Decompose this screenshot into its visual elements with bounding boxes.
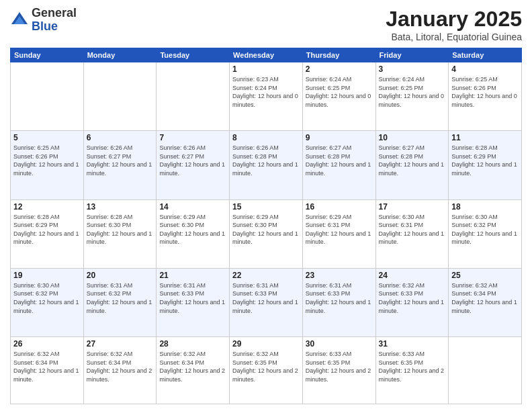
day-info: Sunrise: 6:28 AMSunset: 6:30 PMDaylight:… <box>87 213 154 246</box>
day-number: 1 <box>232 64 300 74</box>
day-number: 11 <box>451 133 519 142</box>
day-info: Sunrise: 6:28 AMSunset: 6:29 PMDaylight:… <box>13 213 81 246</box>
day-info: Sunrise: 6:30 AMSunset: 6:31 PMDaylight:… <box>379 213 446 246</box>
calendar-cell: 2Sunrise: 6:24 AMSunset: 6:25 PMDaylight… <box>302 62 375 131</box>
day-info: Sunrise: 6:26 AMSunset: 6:27 PMDaylight:… <box>159 144 226 177</box>
day-number: 24 <box>379 271 446 280</box>
calendar-cell: 16Sunrise: 6:29 AMSunset: 6:31 PMDayligh… <box>302 199 375 268</box>
day-number: 17 <box>379 202 446 212</box>
day-number: 28 <box>159 339 226 349</box>
calendar-header-row: SundayMondayTuesdayWednesdayThursdayFrid… <box>11 48 522 62</box>
day-number: 21 <box>159 271 226 280</box>
col-header-thursday: Thursday <box>302 48 375 62</box>
day-info: Sunrise: 6:30 AMSunset: 6:32 PMDaylight:… <box>13 281 81 315</box>
day-number: 9 <box>306 133 373 142</box>
day-number: 26 <box>13 339 81 349</box>
day-number: 22 <box>232 271 300 280</box>
calendar-cell: 11Sunrise: 6:28 AMSunset: 6:29 PMDayligh… <box>449 131 522 199</box>
day-info: Sunrise: 6:24 AMSunset: 6:25 PMDaylight:… <box>306 75 373 109</box>
calendar-cell: 27Sunrise: 6:32 AMSunset: 6:34 PMDayligh… <box>83 337 157 404</box>
calendar-cell <box>157 62 230 131</box>
day-info: Sunrise: 6:26 AMSunset: 6:28 PMDaylight:… <box>232 144 300 177</box>
calendar-cell: 13Sunrise: 6:28 AMSunset: 6:30 PMDayligh… <box>83 199 157 268</box>
day-number: 15 <box>232 202 300 212</box>
calendar-cell: 25Sunrise: 6:32 AMSunset: 6:34 PMDayligh… <box>449 268 522 336</box>
calendar-cell: 30Sunrise: 6:33 AMSunset: 6:35 PMDayligh… <box>302 337 375 404</box>
calendar-cell: 7Sunrise: 6:26 AMSunset: 6:27 PMDaylight… <box>157 131 230 199</box>
calendar-cell: 21Sunrise: 6:31 AMSunset: 6:33 PMDayligh… <box>157 268 230 336</box>
day-number: 12 <box>13 202 81 212</box>
calendar-cell: 24Sunrise: 6:32 AMSunset: 6:33 PMDayligh… <box>375 268 449 336</box>
calendar-cell: 20Sunrise: 6:31 AMSunset: 6:32 PMDayligh… <box>83 268 157 336</box>
day-number: 16 <box>306 202 373 212</box>
calendar-cell: 31Sunrise: 6:33 AMSunset: 6:35 PMDayligh… <box>375 337 449 404</box>
calendar-cell: 17Sunrise: 6:30 AMSunset: 6:31 PMDayligh… <box>375 199 449 268</box>
day-number: 5 <box>13 133 81 142</box>
calendar-cell: 23Sunrise: 6:31 AMSunset: 6:33 PMDayligh… <box>302 268 375 336</box>
calendar-cell: 1Sunrise: 6:23 AMSunset: 6:24 PMDaylight… <box>230 62 303 131</box>
logo-icon <box>10 11 29 30</box>
day-info: Sunrise: 6:27 AMSunset: 6:28 PMDaylight:… <box>306 144 373 177</box>
calendar-week-1: 1Sunrise: 6:23 AMSunset: 6:24 PMDaylight… <box>11 62 522 131</box>
day-number: 6 <box>87 133 154 142</box>
day-info: Sunrise: 6:26 AMSunset: 6:27 PMDaylight:… <box>87 144 154 177</box>
calendar-cell: 3Sunrise: 6:24 AMSunset: 6:25 PMDaylight… <box>375 62 449 131</box>
col-header-tuesday: Tuesday <box>157 48 230 62</box>
day-info: Sunrise: 6:31 AMSunset: 6:33 PMDaylight:… <box>232 281 300 315</box>
calendar-cell: 18Sunrise: 6:30 AMSunset: 6:32 PMDayligh… <box>449 199 522 268</box>
calendar-cell: 4Sunrise: 6:25 AMSunset: 6:26 PMDaylight… <box>449 62 522 131</box>
day-info: Sunrise: 6:33 AMSunset: 6:35 PMDaylight:… <box>306 350 373 383</box>
day-number: 10 <box>379 133 446 142</box>
col-header-wednesday: Wednesday <box>230 48 303 62</box>
day-number: 14 <box>159 202 226 212</box>
day-number: 8 <box>232 133 300 142</box>
col-header-sunday: Sunday <box>11 48 84 62</box>
col-header-monday: Monday <box>83 48 157 62</box>
calendar-cell: 14Sunrise: 6:29 AMSunset: 6:30 PMDayligh… <box>157 199 230 268</box>
title-block: January 2025 Bata, Litoral, Equatorial G… <box>386 7 522 42</box>
day-number: 20 <box>87 271 154 280</box>
day-info: Sunrise: 6:32 AMSunset: 6:34 PMDaylight:… <box>87 350 154 383</box>
day-info: Sunrise: 6:27 AMSunset: 6:28 PMDaylight:… <box>379 144 446 177</box>
calendar-week-4: 19Sunrise: 6:30 AMSunset: 6:32 PMDayligh… <box>11 268 522 336</box>
day-info: Sunrise: 6:33 AMSunset: 6:35 PMDaylight:… <box>379 350 446 383</box>
day-info: Sunrise: 6:31 AMSunset: 6:33 PMDaylight:… <box>306 281 373 315</box>
day-info: Sunrise: 6:32 AMSunset: 6:34 PMDaylight:… <box>451 281 519 315</box>
day-info: Sunrise: 6:24 AMSunset: 6:25 PMDaylight:… <box>379 75 446 109</box>
day-info: Sunrise: 6:29 AMSunset: 6:30 PMDaylight:… <box>159 213 226 246</box>
day-number: 19 <box>13 271 81 280</box>
day-info: Sunrise: 6:30 AMSunset: 6:32 PMDaylight:… <box>451 213 519 246</box>
calendar-table: SundayMondayTuesdayWednesdayThursdayFrid… <box>10 48 522 404</box>
day-number: 4 <box>451 64 519 74</box>
day-info: Sunrise: 6:32 AMSunset: 6:34 PMDaylight:… <box>13 350 81 383</box>
day-info: Sunrise: 6:31 AMSunset: 6:33 PMDaylight:… <box>159 281 226 315</box>
calendar-cell: 28Sunrise: 6:32 AMSunset: 6:34 PMDayligh… <box>157 337 230 404</box>
calendar-week-3: 12Sunrise: 6:28 AMSunset: 6:29 PMDayligh… <box>11 199 522 268</box>
day-info: Sunrise: 6:25 AMSunset: 6:26 PMDaylight:… <box>451 75 519 109</box>
day-info: Sunrise: 6:32 AMSunset: 6:35 PMDaylight:… <box>232 350 300 383</box>
logo-blue: Blue <box>32 20 77 34</box>
month-title: January 2025 <box>386 7 522 32</box>
day-number: 13 <box>87 202 154 212</box>
calendar-cell: 10Sunrise: 6:27 AMSunset: 6:28 PMDayligh… <box>375 131 449 199</box>
calendar-cell <box>11 62 84 131</box>
calendar-cell: 19Sunrise: 6:30 AMSunset: 6:32 PMDayligh… <box>11 268 84 336</box>
day-number: 23 <box>306 271 373 280</box>
day-info: Sunrise: 6:29 AMSunset: 6:30 PMDaylight:… <box>232 213 300 246</box>
logo: General Blue <box>10 7 77 34</box>
calendar-cell: 9Sunrise: 6:27 AMSunset: 6:28 PMDaylight… <box>302 131 375 199</box>
day-info: Sunrise: 6:31 AMSunset: 6:32 PMDaylight:… <box>87 281 154 315</box>
day-number: 29 <box>232 339 300 349</box>
day-info: Sunrise: 6:29 AMSunset: 6:31 PMDaylight:… <box>306 213 373 246</box>
calendar-cell: 29Sunrise: 6:32 AMSunset: 6:35 PMDayligh… <box>230 337 303 404</box>
calendar-cell <box>83 62 157 131</box>
day-info: Sunrise: 6:23 AMSunset: 6:24 PMDaylight:… <box>232 75 300 109</box>
page: General Blue January 2025 Bata, Litoral,… <box>0 0 532 411</box>
calendar-cell: 5Sunrise: 6:25 AMSunset: 6:26 PMDaylight… <box>11 131 84 199</box>
day-number: 27 <box>87 339 154 349</box>
calendar-cell: 26Sunrise: 6:32 AMSunset: 6:34 PMDayligh… <box>11 337 84 404</box>
location: Bata, Litoral, Equatorial Guinea <box>386 32 522 42</box>
calendar-cell: 6Sunrise: 6:26 AMSunset: 6:27 PMDaylight… <box>83 131 157 199</box>
day-number: 18 <box>451 202 519 212</box>
calendar-cell: 8Sunrise: 6:26 AMSunset: 6:28 PMDaylight… <box>230 131 303 199</box>
